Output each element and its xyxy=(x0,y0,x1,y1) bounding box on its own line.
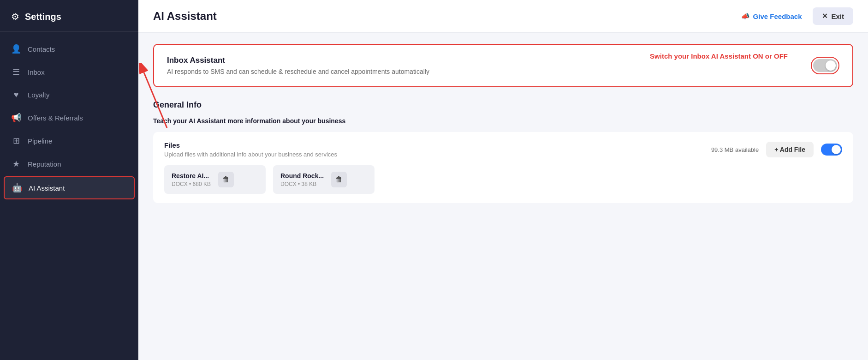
reputation-icon: ★ xyxy=(11,159,21,169)
content-area: Inbox Assistant AI responds to SMS and c… xyxy=(138,33,868,360)
sidebar-item-reputation[interactable]: ★ Reputation xyxy=(0,152,138,175)
exit-icon: ✕ xyxy=(822,12,828,20)
file-meta: DOCX • 38 KB xyxy=(280,181,324,187)
general-info-title: General Info xyxy=(153,100,853,110)
files-toggle[interactable] xyxy=(821,144,842,156)
inbox-assistant-card: Inbox Assistant AI responds to SMS and c… xyxy=(153,44,853,87)
file-meta: DOCX • 680 KB xyxy=(172,181,211,187)
sidebar-header: ⚙ Settings xyxy=(0,0,138,32)
pipeline-icon: ⊞ xyxy=(11,136,21,146)
file-info: Restore AI... DOCX • 680 KB xyxy=(172,172,211,187)
sidebar: ⚙ Settings 👤 Contacts ☰ Inbox ♥ Loyalty … xyxy=(0,0,138,360)
storage-info: 99.3 MB available xyxy=(711,146,759,153)
sidebar-item-label: Contacts xyxy=(28,45,55,53)
sidebar-item-offers[interactable]: 📢 Offers & Referrals xyxy=(0,106,138,129)
files-title: Files xyxy=(164,141,337,149)
sidebar-item-label: AI Assistant xyxy=(29,184,65,192)
files-header: Files Upload files with additional info … xyxy=(164,141,842,158)
give-feedback-button[interactable]: 📣 Give Feedback xyxy=(736,8,808,24)
inbox-assistant-title: Inbox Assistant xyxy=(167,56,429,65)
file-items-list: Restore AI... DOCX • 680 KB 🗑 Round Rock… xyxy=(164,165,842,194)
inbox-assistant-toggle[interactable] xyxy=(813,59,837,72)
sidebar-item-label: Offers & Referrals xyxy=(28,114,83,122)
table-row: Restore AI... DOCX • 680 KB 🗑 xyxy=(164,165,266,194)
inbox-assistant-annotation: Switch your Inbox AI Assistant ON or OFF xyxy=(650,52,788,60)
sidebar-item-label: Pipeline xyxy=(28,137,52,145)
sidebar-item-label: Inbox xyxy=(28,68,45,76)
contacts-icon: 👤 xyxy=(11,44,21,54)
inbox-assistant-description: AI responds to SMS and can schedule & re… xyxy=(167,68,429,75)
files-toggle-knob xyxy=(832,145,841,154)
sidebar-item-label: Loyalty xyxy=(28,91,50,99)
file-name: Restore AI... xyxy=(172,172,211,180)
inbox-toggle-border xyxy=(811,57,839,74)
general-info-subtitle: Teach your AI Assistant more information… xyxy=(153,117,853,125)
general-info-section: General Info Teach your AI Assistant mor… xyxy=(153,100,853,203)
main-content: AI Assistant 📣 Give Feedback ✕ Exit xyxy=(138,0,868,360)
inbox-assistant-left: Inbox Assistant AI responds to SMS and c… xyxy=(167,56,429,75)
exit-label: Exit xyxy=(831,12,844,20)
inbox-toggle-container xyxy=(811,57,839,74)
sidebar-nav: 👤 Contacts ☰ Inbox ♥ Loyalty 📢 Offers & … xyxy=(0,32,138,360)
table-row: Round Rock... DOCX • 38 KB 🗑 xyxy=(273,165,375,194)
file-name: Round Rock... xyxy=(280,172,324,180)
loyalty-icon: ♥ xyxy=(11,90,21,100)
exit-button[interactable]: ✕ Exit xyxy=(813,7,853,25)
files-header-right: 99.3 MB available + Add File xyxy=(711,142,842,157)
files-description: Upload files with additional info about … xyxy=(164,151,337,158)
sidebar-item-inbox[interactable]: ☰ Inbox xyxy=(0,60,138,84)
delete-file-button[interactable]: 🗑 xyxy=(331,172,347,187)
file-info: Round Rock... DOCX • 38 KB xyxy=(280,172,324,187)
sidebar-title: Settings xyxy=(25,12,61,22)
feedback-label: Give Feedback xyxy=(753,12,802,20)
gear-icon: ⚙ xyxy=(11,11,19,22)
offers-icon: 📢 xyxy=(11,113,21,123)
sidebar-item-label: Reputation xyxy=(28,160,61,168)
sidebar-item-ai-assistant[interactable]: 🤖 AI Assistant xyxy=(4,176,135,199)
add-file-button[interactable]: + Add File xyxy=(766,142,814,157)
delete-file-button[interactable]: 🗑 xyxy=(218,172,234,187)
ai-assistant-icon: 🤖 xyxy=(12,183,22,193)
sidebar-item-loyalty[interactable]: ♥ Loyalty xyxy=(0,84,138,106)
sidebar-item-contacts[interactable]: 👤 Contacts xyxy=(0,37,138,60)
files-header-left: Files Upload files with additional info … xyxy=(164,141,337,158)
topbar: AI Assistant 📣 Give Feedback ✕ Exit xyxy=(138,0,868,33)
megaphone-icon: 📣 xyxy=(741,12,750,20)
inbox-icon: ☰ xyxy=(11,67,21,77)
sidebar-item-pipeline[interactable]: ⊞ Pipeline xyxy=(0,129,138,152)
toggle-knob xyxy=(826,60,836,71)
page-title: AI Assistant xyxy=(153,10,217,23)
files-card: Files Upload files with additional info … xyxy=(153,132,853,203)
topbar-actions: 📣 Give Feedback ✕ Exit xyxy=(736,7,853,25)
